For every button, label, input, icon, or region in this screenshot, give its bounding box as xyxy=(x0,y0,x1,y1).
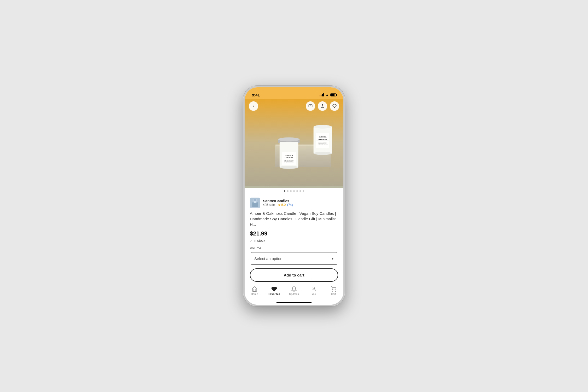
tab-you[interactable]: You xyxy=(304,286,324,296)
seller-rating: ★ 5.0 xyxy=(278,203,286,207)
chat-button[interactable] xyxy=(306,101,315,111)
svg-rect-18 xyxy=(316,133,329,148)
status-bar: 9:41 ▲ xyxy=(245,87,343,99)
you-icon xyxy=(311,286,317,292)
product-content: SantosCandles 425 sales ★ 5.0 (74) Amber… xyxy=(245,194,343,284)
tab-cart-label: Cart xyxy=(331,293,336,296)
heart-icon xyxy=(332,104,337,108)
seller-meta: 425 sales ★ 5.0 (74) xyxy=(263,203,293,207)
share-icon xyxy=(320,104,325,108)
svg-text:AMBER &: AMBER & xyxy=(319,136,326,138)
add-to-cart-button[interactable]: Add to cart xyxy=(250,268,338,282)
tab-you-label: You xyxy=(312,293,316,296)
in-stock-status: ✓ In stock xyxy=(250,239,338,243)
dot-5 xyxy=(296,190,298,192)
seller-sales: 425 sales xyxy=(263,203,276,207)
status-icons: ▲ xyxy=(320,93,336,97)
svg-text:HAND-POURED IN LA: HAND-POURED IN LA xyxy=(284,161,293,162)
svg-text:ALL NATURAL SOY WAX: ALL NATURAL SOY WAX xyxy=(318,145,328,146)
chat-icon xyxy=(308,104,313,108)
select-placeholder: Select an option xyxy=(254,256,283,261)
updates-icon xyxy=(291,286,297,292)
image-nav: ‹ xyxy=(245,101,343,111)
svg-text:AMBER &: AMBER & xyxy=(285,154,293,156)
svg-point-33 xyxy=(333,291,333,291)
back-button[interactable]: ‹ xyxy=(249,101,258,111)
svg-point-32 xyxy=(313,287,315,289)
dot-2 xyxy=(287,190,289,192)
tab-cart[interactable]: Cart xyxy=(324,286,343,296)
tab-bar: Home Favorites Updates You xyxy=(245,284,343,301)
back-icon: ‹ xyxy=(253,104,254,108)
wifi-icon: ▲ xyxy=(325,93,329,97)
signal-icon xyxy=(320,93,324,96)
volume-label: Volume xyxy=(250,246,338,250)
share-button[interactable] xyxy=(318,101,327,111)
svg-text:HAND-POURED IN LA: HAND-POURED IN LA xyxy=(318,143,327,144)
home-icon xyxy=(252,286,257,292)
dot-4 xyxy=(293,190,295,192)
dot-7 xyxy=(303,190,304,192)
svg-text:OAKMOSS: OAKMOSS xyxy=(318,138,327,140)
battery-icon xyxy=(330,93,336,96)
dot-3 xyxy=(290,190,292,192)
tab-updates[interactable]: Updates xyxy=(284,286,304,296)
seller-avatar xyxy=(250,198,260,208)
product-price: $21.99 xyxy=(250,230,338,237)
product-image: AMBER & OAKMOSS SANTOS CANDLES HAND-POUR… xyxy=(245,99,343,188)
favorites-icon xyxy=(271,286,277,292)
svg-point-17 xyxy=(314,152,332,155)
svg-rect-25 xyxy=(309,104,312,107)
svg-point-31 xyxy=(254,199,256,201)
tab-home-label: Home xyxy=(251,293,258,296)
image-dots xyxy=(245,188,343,194)
tab-favorites-label: Favorites xyxy=(268,293,280,296)
candle-illustration: AMBER & OAKMOSS SANTOS CANDLES HAND-POUR… xyxy=(245,99,343,188)
seller-avatar-image xyxy=(250,198,260,207)
dropdown-chevron-icon: ▾ xyxy=(332,256,334,261)
rating-value: 5.0 xyxy=(281,203,286,207)
product-title: Amber & Oakmoss Candle | Vegan Soy Candl… xyxy=(250,211,338,227)
phone-frame: 9:41 ▲ xyxy=(243,86,345,306)
favorite-button[interactable] xyxy=(330,101,339,111)
stock-label: In stock xyxy=(253,239,265,243)
svg-rect-29 xyxy=(252,202,258,207)
svg-point-34 xyxy=(335,291,336,291)
svg-text:SANTOS CANDLES: SANTOS CANDLES xyxy=(284,160,294,161)
seller-info: SantosCandles 425 sales ★ 5.0 (74) xyxy=(263,199,293,207)
svg-point-16 xyxy=(314,125,332,129)
svg-text:ALL NATURAL SOY WAX: ALL NATURAL SOY WAX xyxy=(284,163,294,164)
volume-dropdown[interactable]: Select an option ▾ xyxy=(250,252,338,265)
phone-screen: 9:41 ▲ xyxy=(245,87,343,305)
action-buttons xyxy=(306,101,339,111)
dot-6 xyxy=(299,190,301,192)
check-icon: ✓ xyxy=(250,239,252,243)
tab-favorites[interactable]: Favorites xyxy=(264,286,284,296)
seller-row: SantosCandles 425 sales ★ 5.0 (74) xyxy=(250,198,338,208)
cart-icon xyxy=(331,286,336,292)
reviews-count[interactable]: (74) xyxy=(287,203,293,207)
svg-text:OAKMOSS: OAKMOSS xyxy=(285,157,293,158)
seller-name[interactable]: SantosCandles xyxy=(263,199,293,203)
dot-1 xyxy=(284,190,285,192)
svg-point-5 xyxy=(278,137,299,142)
status-time: 9:41 xyxy=(252,93,260,97)
svg-text:SANTOS CANDLES: SANTOS CANDLES xyxy=(318,141,327,143)
tab-home[interactable]: Home xyxy=(245,286,264,296)
svg-point-7 xyxy=(280,166,298,169)
home-indicator xyxy=(276,302,312,303)
tab-updates-label: Updates xyxy=(289,293,299,296)
